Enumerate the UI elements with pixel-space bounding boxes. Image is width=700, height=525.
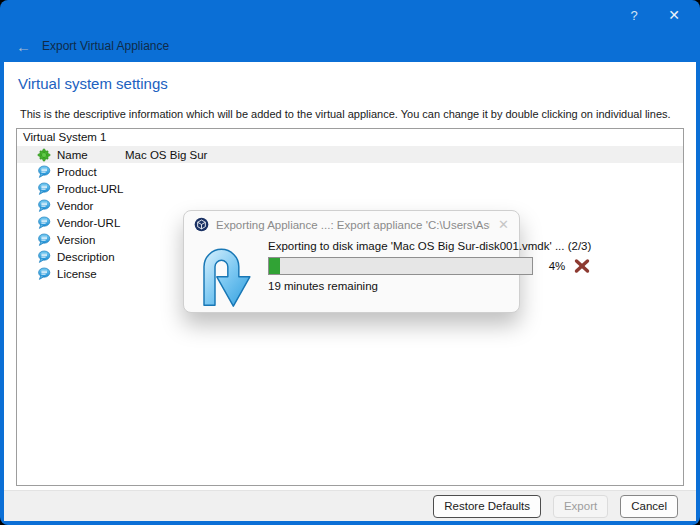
row-label: License xyxy=(57,268,97,280)
page-description: This is the descriptive information whic… xyxy=(20,108,696,120)
row-label: Name xyxy=(57,149,88,161)
exporting-appliance-dialog: Exporting Appliance ...: Export applianc… xyxy=(183,210,520,313)
row-label: Version xyxy=(57,234,95,246)
row-label: Product-URL xyxy=(57,183,123,195)
vm-name-icon xyxy=(37,148,51,162)
comment-icon xyxy=(37,233,51,247)
row-label: Vendor-URL xyxy=(57,217,120,229)
export-button[interactable]: Export xyxy=(553,495,608,518)
restore-defaults-button[interactable]: Restore Defaults xyxy=(433,495,541,518)
row-value[interactable]: Mac OS Big Sur xyxy=(125,149,207,161)
cancel-export-icon[interactable] xyxy=(573,257,591,275)
comment-icon xyxy=(37,216,51,230)
row-label: Product xyxy=(57,166,97,178)
settings-row-name[interactable]: Name Mac OS Big Sur xyxy=(17,146,683,163)
progress-bar-fill xyxy=(269,258,280,274)
dialog-progress-area: Exporting to disk image 'Mac OS Big Sur-… xyxy=(268,240,591,308)
footer-bar: Restore Defaults Export Cancel xyxy=(4,490,696,521)
progress-percent: 4% xyxy=(541,260,565,272)
settings-row-product[interactable]: Product xyxy=(17,163,683,180)
row-label: Vendor xyxy=(57,200,93,212)
virtualbox-logo-icon xyxy=(194,217,209,232)
time-remaining-text: 19 minutes remaining xyxy=(268,280,591,292)
page-title: Virtual system settings xyxy=(18,75,696,92)
comment-icon xyxy=(37,182,51,196)
system-titlebar: ? ✕ xyxy=(0,0,700,30)
comment-icon xyxy=(37,199,51,213)
dialog-close-icon[interactable]: ✕ xyxy=(490,217,509,232)
export-status-text: Exporting to disk image 'Mac OS Big Sur-… xyxy=(268,240,591,252)
cancel-button[interactable]: Cancel xyxy=(620,495,678,518)
export-appliance-window: ? ✕ ← Export Virtual Appliance Virtual s… xyxy=(0,0,700,525)
settings-row-product-url[interactable]: Product-URL xyxy=(17,180,683,197)
dialog-titlebar[interactable]: Exporting Appliance ...: Export applianc… xyxy=(184,211,519,238)
dialog-body: Exporting to disk image 'Mac OS Big Sur-… xyxy=(184,238,519,308)
progress-bar xyxy=(268,257,533,275)
export-progress-icon xyxy=(196,242,256,308)
row-label: Description xyxy=(57,251,115,263)
comment-icon xyxy=(37,267,51,281)
dialog-title: Exporting Appliance ...: Export applianc… xyxy=(216,219,490,231)
help-button[interactable]: ? xyxy=(614,2,654,28)
window-close-button[interactable]: ✕ xyxy=(654,2,694,28)
wizard-header: ← Export Virtual Appliance xyxy=(0,30,700,62)
comment-icon xyxy=(37,250,51,264)
wizard-title: Export Virtual Appliance xyxy=(42,39,169,53)
back-arrow-icon[interactable]: ← xyxy=(16,38,42,55)
virtual-system-group[interactable]: Virtual System 1 xyxy=(17,129,683,146)
comment-icon xyxy=(37,165,51,179)
